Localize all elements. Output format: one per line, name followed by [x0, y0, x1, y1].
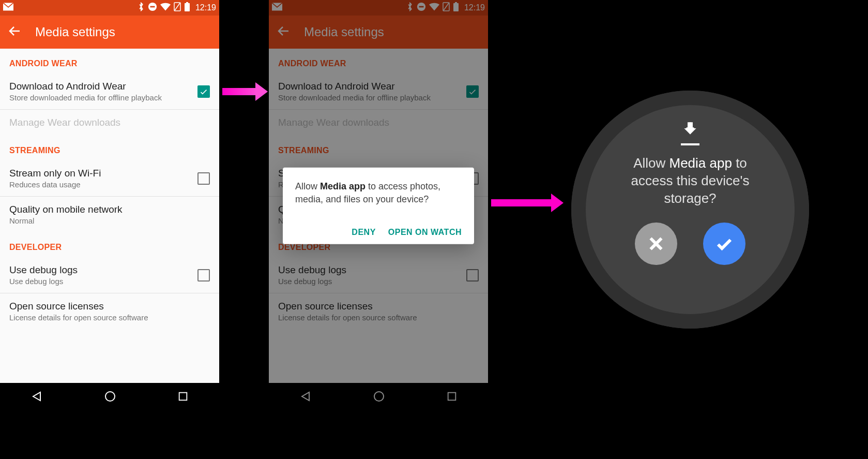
list-item-sub: Reduces data usage [9, 180, 197, 189]
list-item-title: Manage Wear downloads [9, 117, 210, 128]
phone-screen-1: 12:19 Media settings ANDROID WEAR Downlo… [0, 0, 219, 412]
permission-dialog: Allow Media app to access photos, media,… [283, 168, 474, 244]
svg-line-4 [175, 3, 180, 10]
status-clock: 12:19 [195, 3, 216, 12]
watch-text: storage? [664, 190, 716, 206]
download-icon [680, 121, 701, 141]
list-item-sub: License details for open source software [9, 313, 210, 322]
list-item-sub: Store downloaded media for offline playb… [9, 93, 197, 102]
wifi-icon [160, 3, 171, 13]
stream-wifi-checkbox[interactable] [197, 172, 210, 185]
svg-rect-2 [150, 6, 155, 8]
flow-arrow-2 [491, 199, 553, 206]
download-bar [681, 143, 699, 145]
check-icon [715, 234, 734, 253]
svg-marker-8 [33, 392, 40, 401]
status-bar: 12:19 [0, 0, 219, 16]
section-wear: ANDROID WEAR [0, 49, 219, 73]
dnd-icon [148, 2, 157, 13]
download-to-wear-checkbox[interactable] [197, 85, 210, 98]
deny-button[interactable]: Deny [352, 228, 375, 237]
phone-screen-2: 12:19 Media settings ANDROID WEAR Downlo… [269, 0, 488, 412]
battery-icon [184, 2, 190, 13]
list-item-title: Stream only on Wi-Fi [9, 168, 197, 179]
app-bar: Media settings [0, 16, 219, 49]
watch-allow-button[interactable] [703, 223, 745, 265]
nav-home-icon[interactable] [104, 390, 116, 405]
settings-list: ANDROID WEAR Download to Android Wear St… [0, 49, 219, 329]
oss-licenses-item[interactable]: Open source licenses License details for… [0, 293, 219, 329]
section-developer: DEVELOPER [0, 232, 219, 257]
watch-face: Allow Media app to access this device's … [571, 91, 809, 329]
download-to-wear-item[interactable]: Download to Android Wear Store downloade… [0, 73, 219, 109]
list-item-title: Use debug logs [9, 264, 197, 276]
svg-marker-22 [684, 122, 696, 134]
open-on-watch-button[interactable]: Open on watch [388, 228, 462, 237]
back-icon[interactable] [8, 25, 21, 39]
close-icon [647, 234, 665, 253]
svg-rect-5 [185, 3, 190, 11]
dialog-text: Allow [295, 181, 320, 191]
watch-text: Allow [633, 155, 669, 171]
list-item-sub: Normal [9, 216, 210, 225]
gmail-icon [3, 3, 13, 13]
svg-rect-6 [186, 2, 188, 4]
flow-arrow-1 [222, 88, 257, 95]
quality-item[interactable]: Quality on mobile network Normal [0, 197, 219, 232]
watch-app-name: Media app [669, 155, 732, 171]
list-item-title: Download to Android Wear [9, 81, 197, 92]
nav-back-icon[interactable] [31, 390, 43, 405]
watch-screen: Allow Media app to access this device's … [586, 105, 795, 314]
bluetooth-icon [138, 2, 145, 13]
list-item-sub: Use debug logs [9, 277, 197, 286]
no-sim-icon [174, 2, 181, 13]
watch-text: to [732, 155, 747, 171]
watch-message: Allow Media app to access this device's … [611, 155, 770, 207]
debug-logs-item[interactable]: Use debug logs Use debug logs [0, 257, 219, 293]
debug-logs-checkbox[interactable] [197, 269, 210, 282]
section-streaming: STREAMING [0, 136, 219, 160]
watch-deny-button[interactable] [635, 223, 677, 265]
page-title: Media settings [35, 25, 115, 39]
watch-text: access this device's [631, 173, 750, 188]
nav-bar [0, 383, 219, 412]
nav-recents-icon[interactable] [177, 391, 189, 404]
svg-rect-10 [179, 393, 187, 401]
stream-wifi-item[interactable]: Stream only on Wi-Fi Reduces data usage [0, 160, 219, 196]
svg-point-9 [105, 392, 115, 401]
dialog-app-name: Media app [320, 181, 366, 191]
dialog-message: Allow Media app to access photos, media,… [295, 180, 462, 206]
list-item-title: Quality on mobile network [9, 204, 210, 215]
list-item-title: Open source licenses [9, 301, 210, 312]
manage-wear-item[interactable]: Manage Wear downloads [0, 110, 219, 136]
